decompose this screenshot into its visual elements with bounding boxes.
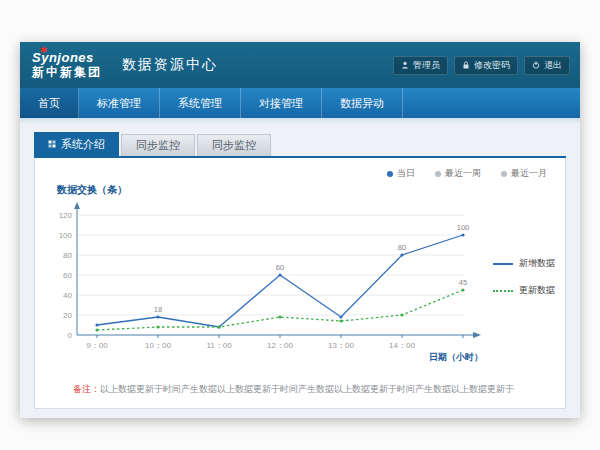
- tab-label: 系统介绍: [61, 137, 105, 152]
- period-label: 最近一月: [511, 167, 547, 180]
- lock-icon: [462, 61, 470, 71]
- svg-text:11：00: 11：00: [206, 341, 232, 350]
- period-label: 当日: [397, 167, 415, 180]
- series-legend: 新增数据 更新数据: [493, 257, 555, 311]
- tab-label: 同步监控: [212, 138, 256, 153]
- svg-text:80: 80: [63, 251, 72, 260]
- change-password-label: 修改密码: [474, 59, 510, 72]
- svg-text:12：00: 12：00: [267, 341, 293, 350]
- tab-system-intro[interactable]: 系统介绍: [34, 132, 119, 156]
- chart-panel: 当日 最近一周 最近一月 数据交换（条） 0204060801001209：00…: [34, 158, 566, 409]
- legend-label: 新增数据: [519, 257, 555, 270]
- svg-text:20: 20: [63, 311, 72, 320]
- line-sample-dashed: [493, 290, 513, 292]
- change-password-button[interactable]: 修改密码: [454, 56, 518, 75]
- nav-item-data-change[interactable]: 数据异动: [322, 88, 403, 118]
- svg-text:45: 45: [459, 278, 467, 287]
- company-logo: ✱ Synjones 新中新集团: [32, 51, 102, 78]
- tab-sync-monitor-2[interactable]: 同步监控: [197, 134, 271, 156]
- period-filter-week[interactable]: 最近一周: [435, 167, 481, 180]
- logout-label: 退出: [544, 59, 562, 72]
- svg-text:13：00: 13：00: [328, 341, 354, 350]
- header-actions: 管理员 修改密码 退出: [393, 56, 570, 75]
- svg-text:100: 100: [59, 231, 73, 240]
- svg-text:60: 60: [276, 263, 284, 272]
- footnote-text: 以上数据更新于时间产生数据以上数据更新于时间产生数据以上数据更新于时间产生数据以…: [100, 384, 514, 394]
- tab-bar: 系统介绍 同步监控 同步监控: [34, 134, 566, 158]
- footnote: 备注：以上数据更新于时间产生数据以上数据更新于时间产生数据以上数据更新于时间产生…: [73, 383, 557, 396]
- exchange-line-chart: 0204060801001209：0010：0011：0012：0013：001…: [43, 199, 498, 367]
- svg-text:100: 100: [457, 223, 470, 232]
- period-filter-legend: 当日 最近一周 最近一月: [43, 164, 557, 180]
- logout-button[interactable]: 退出: [524, 56, 570, 75]
- logo-spark-icon: ✱: [40, 46, 48, 56]
- nav-item-home[interactable]: 首页: [20, 88, 79, 118]
- app-window: ✱ Synjones 新中新集团 数据资源中心 管理员 修改密码: [20, 42, 580, 418]
- legend-label: 更新数据: [519, 284, 555, 297]
- legend-updated-data[interactable]: 更新数据: [493, 284, 555, 297]
- app-header: ✱ Synjones 新中新集团 数据资源中心 管理员 修改密码: [20, 42, 580, 88]
- svg-text:10：00: 10：00: [145, 341, 171, 350]
- svg-text:80: 80: [398, 243, 406, 252]
- svg-text:40: 40: [63, 291, 72, 300]
- period-dot: [387, 171, 393, 177]
- admin-user-button[interactable]: 管理员: [393, 56, 448, 75]
- nav-item-system-mgmt[interactable]: 系统管理: [160, 88, 241, 118]
- svg-text:60: 60: [63, 271, 72, 280]
- legend-new-data[interactable]: 新增数据: [493, 257, 555, 270]
- nav-item-standard-mgmt[interactable]: 标准管理: [79, 88, 160, 118]
- svg-text:9：00: 9：00: [86, 341, 108, 350]
- period-dot: [435, 171, 441, 177]
- nav-item-connect-mgmt[interactable]: 对接管理: [241, 88, 322, 118]
- tab-label: 同步监控: [136, 138, 180, 153]
- svg-text:14：00: 14：00: [389, 341, 415, 350]
- period-filter-month[interactable]: 最近一月: [501, 167, 547, 180]
- power-icon: [532, 61, 540, 71]
- admin-user-label: 管理员: [413, 59, 440, 72]
- chart-wrap: 0204060801001209：0010：0011：0012：0013：001…: [43, 199, 557, 371]
- y-axis-title: 数据交换（条）: [57, 183, 557, 197]
- svg-text:0: 0: [68, 331, 73, 340]
- period-label: 最近一周: [445, 167, 481, 180]
- svg-text:18: 18: [154, 305, 162, 314]
- grid-icon: [48, 138, 56, 150]
- content-area: 系统介绍 同步监控 同步监控 当日 最近一周: [20, 124, 580, 418]
- footnote-prefix: 备注：: [73, 384, 100, 394]
- page-title: 数据资源中心: [122, 56, 218, 74]
- line-sample-solid: [493, 263, 513, 265]
- svg-text:120: 120: [59, 211, 73, 220]
- period-filter-today[interactable]: 当日: [387, 167, 415, 180]
- logo-subtitle: 新中新集团: [32, 66, 102, 79]
- tab-sync-monitor-1[interactable]: 同步监控: [121, 134, 195, 156]
- main-nav: 首页 标准管理 系统管理 对接管理 数据异动: [20, 88, 580, 118]
- svg-text:日期（小时）: 日期（小时）: [429, 352, 483, 362]
- period-dot: [501, 171, 507, 177]
- user-icon: [401, 61, 409, 71]
